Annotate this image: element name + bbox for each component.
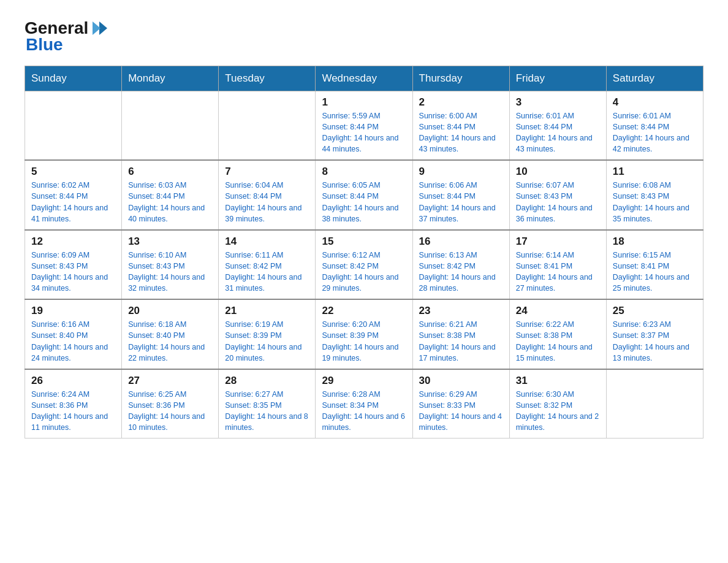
column-header-thursday: Thursday xyxy=(412,66,509,91)
day-number: 15 xyxy=(322,236,406,248)
calendar-cell: 29Sunrise: 6:28 AMSunset: 8:34 PMDayligh… xyxy=(316,369,412,439)
day-number: 14 xyxy=(225,236,309,248)
day-info: Sunrise: 6:16 AMSunset: 8:40 PMDaylight:… xyxy=(31,319,115,364)
day-info: Sunrise: 6:29 AMSunset: 8:33 PMDaylight:… xyxy=(419,389,503,434)
calendar-table: SundayMondayTuesdayWednesdayThursdayFrid… xyxy=(25,66,703,439)
page-header: General Blue xyxy=(25,18,703,55)
day-info: Sunrise: 6:11 AMSunset: 8:42 PMDaylight:… xyxy=(225,250,309,294)
calendar-cell: 5Sunrise: 6:02 AMSunset: 8:44 PMDaylight… xyxy=(25,160,122,230)
calendar-cell: 13Sunrise: 6:10 AMSunset: 8:43 PMDayligh… xyxy=(122,230,219,300)
calendar-cell: 11Sunrise: 6:08 AMSunset: 8:43 PMDayligh… xyxy=(606,160,703,230)
calendar-cell: 26Sunrise: 6:24 AMSunset: 8:36 PMDayligh… xyxy=(25,369,122,439)
day-info: Sunrise: 6:22 AMSunset: 8:38 PMDaylight:… xyxy=(516,319,600,364)
calendar-cell: 14Sunrise: 6:11 AMSunset: 8:42 PMDayligh… xyxy=(219,230,316,300)
calendar-cell: 19Sunrise: 6:16 AMSunset: 8:40 PMDayligh… xyxy=(25,299,122,369)
day-number: 12 xyxy=(31,236,115,248)
calendar-cell xyxy=(25,91,122,160)
day-info: Sunrise: 6:08 AMSunset: 8:43 PMDaylight:… xyxy=(613,180,697,224)
week-row-4: 19Sunrise: 6:16 AMSunset: 8:40 PMDayligh… xyxy=(25,299,703,369)
day-info: Sunrise: 6:07 AMSunset: 8:43 PMDaylight:… xyxy=(516,180,600,224)
day-number: 26 xyxy=(31,375,115,387)
day-number: 18 xyxy=(613,236,697,248)
day-info: Sunrise: 6:28 AMSunset: 8:34 PMDaylight:… xyxy=(322,389,406,434)
calendar-cell: 27Sunrise: 6:25 AMSunset: 8:36 PMDayligh… xyxy=(122,369,219,439)
column-header-saturday: Saturday xyxy=(606,66,703,91)
day-number: 8 xyxy=(322,166,406,178)
day-info: Sunrise: 6:25 AMSunset: 8:36 PMDaylight:… xyxy=(128,389,212,434)
calendar-cell: 22Sunrise: 6:20 AMSunset: 8:39 PMDayligh… xyxy=(316,299,412,369)
logo-flag-icon xyxy=(89,18,109,38)
day-info: Sunrise: 6:13 AMSunset: 8:42 PMDaylight:… xyxy=(419,250,503,294)
calendar-cell: 12Sunrise: 6:09 AMSunset: 8:43 PMDayligh… xyxy=(25,230,122,300)
day-info: Sunrise: 6:03 AMSunset: 8:44 PMDaylight:… xyxy=(128,180,212,224)
calendar-cell: 20Sunrise: 6:18 AMSunset: 8:40 PMDayligh… xyxy=(122,299,219,369)
day-number: 2 xyxy=(419,96,503,109)
day-number: 21 xyxy=(225,305,309,317)
calendar-cell: 8Sunrise: 6:05 AMSunset: 8:44 PMDaylight… xyxy=(316,160,412,230)
week-row-2: 5Sunrise: 6:02 AMSunset: 8:44 PMDaylight… xyxy=(25,160,703,230)
calendar-cell: 4Sunrise: 6:01 AMSunset: 8:44 PMDaylight… xyxy=(606,91,703,160)
column-header-sunday: Sunday xyxy=(25,66,122,91)
day-info: Sunrise: 6:18 AMSunset: 8:40 PMDaylight:… xyxy=(128,319,212,364)
calendar-cell: 17Sunrise: 6:14 AMSunset: 8:41 PMDayligh… xyxy=(509,230,606,300)
day-number: 23 xyxy=(419,305,503,317)
day-number: 11 xyxy=(613,166,697,178)
day-info: Sunrise: 6:15 AMSunset: 8:41 PMDaylight:… xyxy=(613,250,697,294)
day-number: 4 xyxy=(613,96,697,109)
day-number: 7 xyxy=(225,166,309,178)
day-info: Sunrise: 6:02 AMSunset: 8:44 PMDaylight:… xyxy=(31,180,115,224)
day-number: 30 xyxy=(419,375,503,387)
day-number: 22 xyxy=(322,305,406,317)
day-info: Sunrise: 6:10 AMSunset: 8:43 PMDaylight:… xyxy=(128,250,212,294)
column-header-monday: Monday xyxy=(122,66,219,91)
calendar-cell: 3Sunrise: 6:01 AMSunset: 8:44 PMDaylight… xyxy=(509,91,606,160)
calendar-cell: 10Sunrise: 6:07 AMSunset: 8:43 PMDayligh… xyxy=(509,160,606,230)
day-number: 3 xyxy=(516,96,600,109)
day-info: Sunrise: 6:30 AMSunset: 8:32 PMDaylight:… xyxy=(516,389,600,434)
day-info: Sunrise: 6:23 AMSunset: 8:37 PMDaylight:… xyxy=(613,319,697,364)
day-info: Sunrise: 6:27 AMSunset: 8:35 PMDaylight:… xyxy=(225,389,309,434)
logo-blue: Blue xyxy=(25,36,109,55)
day-number: 6 xyxy=(128,166,212,178)
day-number: 9 xyxy=(419,166,503,178)
day-number: 25 xyxy=(613,305,697,317)
calendar-cell: 7Sunrise: 6:04 AMSunset: 8:44 PMDaylight… xyxy=(219,160,316,230)
calendar-cell: 1Sunrise: 5:59 AMSunset: 8:44 PMDaylight… xyxy=(316,91,412,160)
calendar-cell: 28Sunrise: 6:27 AMSunset: 8:35 PMDayligh… xyxy=(219,369,316,439)
day-info: Sunrise: 6:01 AMSunset: 8:44 PMDaylight:… xyxy=(613,110,697,155)
calendar-header-row: SundayMondayTuesdayWednesdayThursdayFrid… xyxy=(25,66,703,91)
day-number: 31 xyxy=(516,375,600,387)
calendar-cell: 18Sunrise: 6:15 AMSunset: 8:41 PMDayligh… xyxy=(606,230,703,300)
calendar-cell: 16Sunrise: 6:13 AMSunset: 8:42 PMDayligh… xyxy=(412,230,509,300)
day-number: 10 xyxy=(516,166,600,178)
day-number: 16 xyxy=(419,236,503,248)
calendar-cell xyxy=(122,91,219,160)
week-row-5: 26Sunrise: 6:24 AMSunset: 8:36 PMDayligh… xyxy=(25,369,703,439)
day-number: 13 xyxy=(128,236,212,248)
logo: General Blue xyxy=(25,18,109,55)
day-info: Sunrise: 6:05 AMSunset: 8:44 PMDaylight:… xyxy=(322,180,406,224)
day-number: 17 xyxy=(516,236,600,248)
calendar-cell: 25Sunrise: 6:23 AMSunset: 8:37 PMDayligh… xyxy=(606,299,703,369)
day-info: Sunrise: 6:06 AMSunset: 8:44 PMDaylight:… xyxy=(419,180,503,224)
calendar-cell: 23Sunrise: 6:21 AMSunset: 8:38 PMDayligh… xyxy=(412,299,509,369)
day-info: Sunrise: 6:20 AMSunset: 8:39 PMDaylight:… xyxy=(322,319,406,364)
calendar-cell: 2Sunrise: 6:00 AMSunset: 8:44 PMDaylight… xyxy=(412,91,509,160)
day-number: 20 xyxy=(128,305,212,317)
day-number: 5 xyxy=(31,166,115,178)
day-info: Sunrise: 6:09 AMSunset: 8:43 PMDaylight:… xyxy=(31,250,115,294)
calendar-cell: 24Sunrise: 6:22 AMSunset: 8:38 PMDayligh… xyxy=(509,299,606,369)
column-header-tuesday: Tuesday xyxy=(219,66,316,91)
column-header-wednesday: Wednesday xyxy=(316,66,412,91)
day-number: 1 xyxy=(322,96,406,109)
day-info: Sunrise: 6:19 AMSunset: 8:39 PMDaylight:… xyxy=(225,319,309,364)
week-row-1: 1Sunrise: 5:59 AMSunset: 8:44 PMDaylight… xyxy=(25,91,703,160)
day-info: Sunrise: 6:21 AMSunset: 8:38 PMDaylight:… xyxy=(419,319,503,364)
day-info: Sunrise: 6:00 AMSunset: 8:44 PMDaylight:… xyxy=(419,110,503,155)
day-info: Sunrise: 6:14 AMSunset: 8:41 PMDaylight:… xyxy=(516,250,600,294)
day-info: Sunrise: 6:24 AMSunset: 8:36 PMDaylight:… xyxy=(31,389,115,434)
day-number: 29 xyxy=(322,375,406,387)
day-info: Sunrise: 6:04 AMSunset: 8:44 PMDaylight:… xyxy=(225,180,309,224)
calendar-cell: 9Sunrise: 6:06 AMSunset: 8:44 PMDaylight… xyxy=(412,160,509,230)
calendar-cell: 15Sunrise: 6:12 AMSunset: 8:42 PMDayligh… xyxy=(316,230,412,300)
